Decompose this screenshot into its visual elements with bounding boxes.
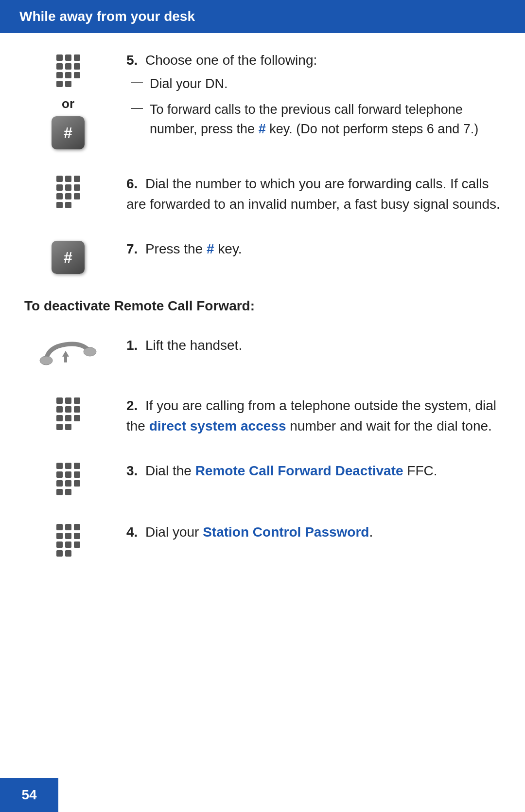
deactivate-step-1-row: 1. Lift the handset. xyxy=(24,335,501,371)
deactivate-step-1-icon xyxy=(24,335,112,371)
dash-1: — xyxy=(131,75,143,89)
keypad-icon-d3 xyxy=(56,463,80,498)
header-title: While away from your desk xyxy=(19,9,195,24)
keypad-icon-6 xyxy=(56,176,80,211)
deactivate-step-2-content: 2. If you are calling from a telephone o… xyxy=(126,398,496,433)
page-number: 54 xyxy=(21,787,36,803)
keypad-icon-d4 xyxy=(56,524,80,559)
keypad-icon-d2 xyxy=(56,397,80,433)
deactivate-step-3-icon xyxy=(24,461,112,498)
step-7-icon-col: # xyxy=(24,239,112,274)
step-5-icon-col: or # xyxy=(24,53,112,149)
deactivate-step-1-content: 1. Lift the handset. xyxy=(126,338,242,353)
deactivate-step-4-text: 4. Dial your Station Control Password. xyxy=(112,522,501,542)
step-7-content: 7. Press the # key. xyxy=(126,241,242,256)
main-content: or # 5. Choose one of the following: — D… xyxy=(0,53,525,613)
step-5-row: or # 5. Choose one of the following: — D… xyxy=(24,53,501,149)
keypad-icon-5 xyxy=(56,54,80,90)
footer: 54 xyxy=(0,778,58,812)
step-5-sub1: — Dial your DN. xyxy=(126,74,501,94)
step-6-row: 6. Dial the number to which you are forw… xyxy=(24,174,501,215)
deactivate-step-2-icon xyxy=(24,396,112,433)
svg-point-0 xyxy=(40,356,52,365)
deactivate-heading: To deactivate Remote Call Forward: xyxy=(24,298,501,314)
hash-key-icon-7: # xyxy=(52,241,85,274)
step-5-intro: 5. Choose one of the following: xyxy=(126,53,501,68)
step-5-text: 5. Choose one of the following: — Dial y… xyxy=(112,53,501,139)
deactivate-step-2-row: 2. If you are calling from a telephone o… xyxy=(24,396,501,436)
step-5-sub2-text: To forward calls to the previous call fo… xyxy=(150,100,501,139)
hash-key-icon-5: # xyxy=(52,116,85,149)
step-7-text: 7. Press the # key. xyxy=(112,239,501,259)
step-5-sub2: — To forward calls to the previous call … xyxy=(126,100,501,139)
rcf-deactivate-link: Remote Call Forward Deactivate xyxy=(195,463,403,478)
hash-link-5: # xyxy=(259,122,266,136)
deactivate-step-4-icon xyxy=(24,522,112,559)
svg-rect-3 xyxy=(64,356,67,362)
station-control-link: Station Control Password xyxy=(203,524,369,540)
deactivate-step-3-content: 3. Dial the Remote Call Forward Deactiva… xyxy=(126,463,438,478)
direct-system-access-link: direct system access xyxy=(149,418,286,433)
svg-point-1 xyxy=(84,347,96,356)
step-7-row: # 7. Press the # key. xyxy=(24,239,501,274)
step-6-icon-col xyxy=(24,174,112,211)
hash-link-7: # xyxy=(207,241,214,256)
header-bar: While away from your desk xyxy=(0,0,525,33)
handset-svg xyxy=(39,337,97,371)
dash-2: — xyxy=(131,101,143,114)
deactivate-step-2-text: 2. If you are calling from a telephone o… xyxy=(112,396,501,436)
deactivate-step-3-text: 3. Dial the Remote Call Forward Deactiva… xyxy=(112,461,501,481)
deactivate-step-4-content: 4. Dial your Station Control Password. xyxy=(126,524,373,540)
step-6-text: 6. Dial the number to which you are forw… xyxy=(112,174,501,215)
step-5-sub1-text: Dial your DN. xyxy=(150,74,501,94)
or-label: or xyxy=(62,96,74,111)
deactivate-step-1-text: 1. Lift the handset. xyxy=(112,335,501,356)
deactivate-step-3-row: 3. Dial the Remote Call Forward Deactiva… xyxy=(24,461,501,498)
deactivate-step-4-row: 4. Dial your Station Control Password. xyxy=(24,522,501,559)
step-6-content: 6. Dial the number to which you are forw… xyxy=(126,176,500,212)
